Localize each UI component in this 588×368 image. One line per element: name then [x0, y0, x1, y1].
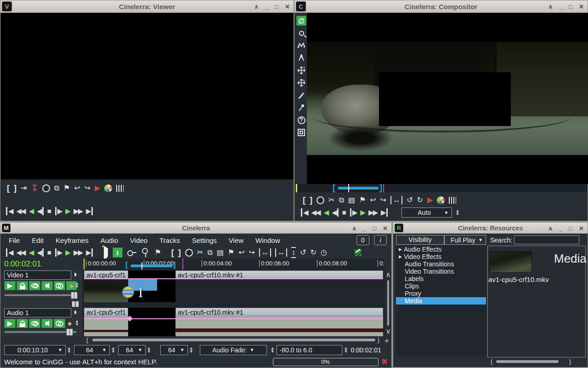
- in-point-button[interactable]: [: [171, 248, 174, 257]
- fit-selection-icon[interactable]: ↔: [390, 196, 402, 204]
- shade-button[interactable]: ∧: [548, 3, 553, 10]
- list-item-audio-transitions[interactable]: Audio Transitions: [396, 260, 486, 268]
- undo-icon[interactable]: ↺: [300, 248, 306, 257]
- amplitude-zoom-dropdown[interactable]: 64▼: [118, 345, 146, 355]
- manual-goto-icon[interactable]: ▶: [427, 196, 433, 204]
- media-filename[interactable]: av1-cpu5-crf10.mkv: [488, 276, 549, 283]
- clip-info-icon[interactable]: i: [317, 196, 324, 204]
- play-button[interactable]: ▶: [360, 208, 365, 217]
- audio-fader-handle[interactable]: [66, 328, 73, 336]
- track-zoom-dropdown[interactable]: 64▼: [160, 345, 188, 355]
- cut-paste-mode-button[interactable]: I: [113, 247, 123, 258]
- selection-bar[interactable]: [131, 264, 172, 267]
- safe-regions-button[interactable]: [296, 127, 306, 138]
- audio-draw-toggle[interactable]: [29, 319, 40, 328]
- redo-icon[interactable]: ↻: [417, 196, 423, 204]
- label-icon[interactable]: ⚑: [63, 184, 70, 192]
- video-clip2-titlebar[interactable]: av1-cpu5-crf10.mkv #1: [175, 270, 383, 279]
- menu-view[interactable]: View: [229, 236, 243, 244]
- crop-tool[interactable]: [296, 90, 306, 100]
- frame-forward-button[interactable]: ▶: [55, 207, 62, 215]
- close-button[interactable]: ✕: [285, 3, 290, 10]
- visibility-button[interactable]: Visibility: [396, 235, 444, 245]
- fast-reverse-button[interactable]: ◀◀: [17, 248, 25, 257]
- cut-icon[interactable]: ✂: [197, 248, 203, 257]
- list-item-media[interactable]: Media: [396, 297, 486, 305]
- generate-keyframes-icon[interactable]: [127, 250, 136, 255]
- video-track-title-field[interactable]: Video 1: [4, 270, 71, 280]
- track-zoom-spinner[interactable]: ▲▼: [189, 347, 193, 353]
- fast-reverse-button[interactable]: ◀◀: [311, 208, 320, 217]
- maximize-button[interactable]: □: [569, 225, 572, 232]
- list-item-video-transitions[interactable]: Video Transitions: [396, 268, 486, 275]
- stop-button[interactable]: ■: [47, 248, 51, 257]
- menu-edit[interactable]: Edit: [32, 236, 44, 244]
- next-label-icon[interactable]: ↪: [249, 248, 255, 257]
- splice-icon[interactable]: ⇥: [21, 184, 27, 192]
- video-fader[interactable]: [4, 294, 77, 296]
- auto-range-spinner[interactable]: ▲▼: [271, 347, 275, 353]
- minimize-button[interactable]: _: [559, 225, 562, 232]
- scroll-down-icon[interactable]: ∨: [386, 327, 391, 335]
- drag-drop-mode-button[interactable]: [104, 248, 108, 257]
- label-icon[interactable]: ⚑: [228, 248, 234, 257]
- clip-info-icon[interactable]: i: [185, 249, 193, 257]
- typeless-keyframes-icon[interactable]: [143, 248, 148, 257]
- next-label-icon[interactable]: ↪: [380, 196, 386, 204]
- undo-icon[interactable]: ↺: [407, 196, 413, 204]
- close-button[interactable]: ✕: [579, 3, 584, 10]
- maximize-button[interactable]: □: [275, 3, 278, 10]
- fast-forward-button[interactable]: ▶▶: [74, 207, 82, 215]
- menu-tracks[interactable]: Tracks: [159, 236, 180, 244]
- audio-track-expander-icon[interactable]: ◑: [72, 307, 77, 317]
- play-button[interactable]: ▶: [65, 248, 70, 257]
- fast-reverse-button[interactable]: ◀◀: [17, 207, 25, 215]
- maximize-button[interactable]: □: [373, 225, 376, 232]
- timeline-vscrollbar[interactable]: ∧ ∨: [385, 270, 391, 336]
- prev-label-icon[interactable]: ↩: [238, 248, 244, 257]
- histogram-icon[interactable]: [449, 197, 456, 204]
- out-point-button[interactable]: ]: [310, 196, 312, 204]
- compositor-canvas[interactable]: [307, 13, 588, 184]
- magnify-tool[interactable]: [296, 28, 306, 38]
- compositor-timebar[interactable]: [ ]: [296, 184, 587, 192]
- selection-bracket-left[interactable]: [: [125, 260, 128, 270]
- resources-titlebar[interactable]: R Cinelerra: Resources ∧ _ □ ✕: [393, 223, 588, 234]
- frame-forward-button[interactable]: ▶: [55, 248, 62, 257]
- lock-labels-icon[interactable]: ⚑: [155, 248, 161, 257]
- show-overlays-icon[interactable]: [354, 248, 362, 257]
- main-titlebar[interactable]: M Cinelerra ∧ _ □ ✕: [0, 223, 391, 234]
- video-clip2-thumbnails[interactable]: [175, 279, 383, 302]
- list-item-audio-effects[interactable]: ▶Audio Effects: [396, 246, 486, 253]
- audio-master-diamond-icon[interactable]: ◆: [68, 320, 72, 327]
- close-button[interactable]: ✕: [383, 225, 388, 232]
- cancel-operation-icon[interactable]: ✖: [381, 357, 388, 367]
- paste-icon[interactable]: ▤: [348, 196, 355, 204]
- fast-forward-button[interactable]: ▶▶: [368, 208, 377, 217]
- audio-mute-toggle[interactable]: [41, 319, 53, 328]
- menu-video[interactable]: Video: [130, 236, 147, 244]
- media-thumbnail[interactable]: [489, 251, 532, 273]
- eyedropper-tool[interactable]: [296, 103, 306, 113]
- out-point-button[interactable]: ]: [14, 184, 17, 192]
- scroll-up-icon[interactable]: ∧: [386, 270, 391, 279]
- minimize-button[interactable]: _: [363, 225, 366, 232]
- menu-settings[interactable]: Settings: [192, 236, 217, 244]
- timeline-hscrollbar[interactable]: [92, 339, 375, 341]
- paste-icon[interactable]: ▤: [217, 248, 224, 257]
- scroll-left-icon[interactable]: ⟨: [490, 358, 493, 366]
- audio-fader[interactable]: [4, 331, 77, 333]
- auto-zoom-dropdown[interactable]: Auto ▼: [401, 207, 452, 218]
- timeline-canvas[interactable]: av1-cpu5-crf1 av1-cpu5-crf10.mkv #1 I av…: [83, 270, 384, 336]
- shade-button[interactable]: ∧: [548, 225, 553, 232]
- audio-clip1-titlebar[interactable]: av1-cpu5-crf1: [84, 308, 128, 316]
- projector-tool[interactable]: [296, 78, 306, 88]
- redo-icon[interactable]: ↻: [310, 248, 316, 257]
- copy-icon[interactable]: ⧉: [339, 196, 344, 204]
- viewer-titlebar[interactable]: V Cinelerra: Viewer ∧ _ □ ✕: [0, 0, 294, 13]
- video-track-expander-icon[interactable]: ◑: [72, 270, 77, 279]
- selection-bracket-left[interactable]: [: [333, 183, 335, 193]
- media-hscrollbar[interactable]: [496, 360, 559, 363]
- amplitude-zoom-spinner[interactable]: ▲▼: [147, 347, 151, 353]
- prev-label-icon[interactable]: ↩: [370, 196, 376, 204]
